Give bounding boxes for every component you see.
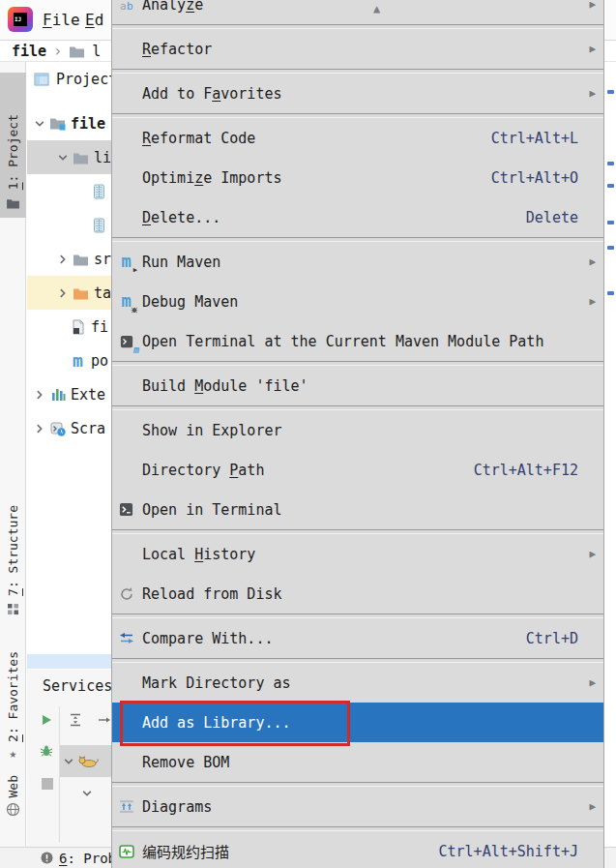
menu-item-label: Add to Favorites bbox=[142, 85, 282, 103]
intellij-logo-icon: IJ bbox=[8, 7, 33, 32]
chevron-right-icon[interactable] bbox=[54, 254, 71, 265]
terminal-maven-icon: m bbox=[116, 332, 136, 351]
stripe-mark bbox=[607, 246, 614, 250]
menu-section: Show in ExplorerDirectory PathCtrl+Alt+F… bbox=[112, 410, 603, 529]
tomcat-icon bbox=[77, 755, 99, 768]
menu-item-diagrams[interactable]: Diagrams▶ bbox=[112, 787, 603, 826]
chevron-down-icon[interactable] bbox=[63, 756, 74, 767]
services-row-child[interactable] bbox=[60, 777, 111, 809]
menu-item-icon bbox=[116, 461, 136, 480]
stripe-mark bbox=[607, 291, 614, 295]
star-icon: ★ bbox=[10, 747, 17, 760]
menu-item-mark-directory-as[interactable]: Mark Directory as▶ bbox=[112, 663, 603, 703]
menu-item-delete[interactable]: Delete...Delete bbox=[112, 197, 603, 237]
stripe-button-favorites[interactable]: 2: Favorites ★ bbox=[0, 634, 26, 764]
menu-item-local-history[interactable]: Local History▶ bbox=[112, 534, 603, 574]
chevron-right-icon[interactable] bbox=[31, 423, 47, 434]
tree-row-li[interactable]: li bbox=[27, 140, 111, 174]
svg-text:a: a bbox=[120, 0, 127, 12]
run-button[interactable] bbox=[39, 712, 54, 728]
debug-button[interactable] bbox=[39, 743, 54, 759]
stripe-button-project[interactable]: 1: Project bbox=[0, 73, 26, 218]
menu-scroll-up-icon[interactable]: ▲ bbox=[373, 2, 380, 15]
menu-item-add-to-favorites[interactable]: Add to Favorites▶ bbox=[112, 74, 603, 113]
menu-item-debug-maven[interactable]: mDebug Maven▶ bbox=[112, 282, 603, 321]
tree-row-ta[interactable]: ta bbox=[27, 276, 111, 310]
menu-item-shortcut: Ctrl+Alt+O bbox=[491, 169, 584, 187]
menu-item-show-in-explorer[interactable]: Show in Explorer bbox=[112, 410, 603, 450]
menu-item-coding-scan[interactable]: 编码规约扫描Ctrl+Alt+Shift+J bbox=[112, 831, 603, 868]
tree-row[interactable] bbox=[27, 208, 111, 242]
chevron-down-icon[interactable] bbox=[54, 152, 71, 164]
tree-row-fi[interactable]: fi bbox=[27, 310, 111, 344]
tree-row-exte[interactable]: Exte bbox=[27, 377, 111, 411]
tree-row-po[interactable]: mpo bbox=[27, 344, 111, 377]
stripe-button-structure[interactable]: 7: Structure bbox=[0, 481, 26, 624]
annotation-highlight-box bbox=[120, 701, 350, 746]
error-icon bbox=[41, 852, 53, 864]
iml-file-icon bbox=[68, 319, 88, 335]
compare-icon bbox=[116, 629, 136, 648]
chevron-right-icon[interactable] bbox=[31, 389, 47, 401]
menu-item-icon bbox=[116, 168, 136, 188]
menu-item-analyze[interactable]: abAnalyze▶ bbox=[112, 0, 603, 24]
stripe-label: 1: Project bbox=[6, 114, 20, 190]
menubar-item-edit[interactable]: Ed bbox=[85, 0, 103, 40]
menu-item-compare-with[interactable]: Compare With...Ctrl+D bbox=[112, 618, 603, 658]
chevron-down-icon[interactable] bbox=[81, 788, 93, 799]
menu-item-open-in-terminal[interactable]: Open in Terminal bbox=[112, 490, 603, 529]
tree-row-file[interactable]: file bbox=[27, 106, 111, 140]
menu-item-open-terminal-at-the-current-maven-module-path[interactable]: mOpen Terminal at the Current Maven Modu… bbox=[112, 321, 603, 361]
globe-icon bbox=[6, 802, 20, 821]
breadcrumb-chevron-icon: › bbox=[53, 43, 62, 60]
menu-item-label: Directory Path bbox=[142, 462, 264, 479]
menu-item-reformat-code[interactable]: Reformat CodeCtrl+Alt+L bbox=[112, 118, 603, 158]
stripe-mark bbox=[607, 221, 614, 224]
menu-item-label: Open Terminal at the Current Maven Modul… bbox=[142, 333, 543, 350]
left-tool-stripe: 1: Project 7: Structure 2: Favorites ★ W… bbox=[0, 62, 26, 847]
menu-section: Diagrams▶ bbox=[112, 787, 603, 826]
stop-button[interactable] bbox=[40, 776, 55, 792]
menu-item-refactor[interactable]: Refactor▶ bbox=[112, 29, 603, 69]
breadcrumb-item-root[interactable]: file bbox=[12, 43, 46, 60]
menu-section: Compare With...Ctrl+D bbox=[112, 618, 603, 658]
menu-item-label: Local History bbox=[142, 546, 255, 563]
project-tab[interactable]: Project bbox=[34, 71, 111, 88]
tree-row[interactable] bbox=[27, 174, 111, 208]
menu-item-shortcut: Ctrl+Alt+F12 bbox=[474, 462, 584, 479]
tree-item-label: li bbox=[94, 149, 111, 166]
menu-item-icon bbox=[116, 753, 136, 772]
intellij-logo-text: IJ bbox=[14, 13, 27, 26]
breadcrumb-item-child[interactable]: l bbox=[92, 43, 101, 60]
chevron-right-icon[interactable] bbox=[54, 287, 71, 299]
menubar-item-file[interactable]: File bbox=[43, 0, 80, 40]
menu-item-icon bbox=[116, 673, 136, 693]
jar-icon bbox=[89, 184, 109, 199]
menu-item-reload-from-disk[interactable]: Reload from Disk bbox=[112, 574, 603, 614]
menu-item-build-module-file[interactable]: Build Module 'file' bbox=[112, 366, 603, 405]
menu-item-icon bbox=[116, 545, 136, 564]
terminal-icon bbox=[116, 500, 136, 520]
scroll-to-button[interactable] bbox=[97, 712, 111, 728]
services-title: Services bbox=[43, 677, 111, 695]
services-row-tomcat[interactable] bbox=[60, 745, 111, 777]
menu-section: m▶Run Maven▶mDebug Maven▶mOpen Terminal … bbox=[112, 242, 603, 361]
collapse-all-button[interactable] bbox=[68, 712, 83, 728]
tree-row-scra[interactable]: Scra bbox=[27, 411, 111, 445]
menu-item-optimize-imports[interactable]: Optimize ImportsCtrl+Alt+O bbox=[112, 158, 603, 197]
submenu-arrow-icon: ▶ bbox=[584, 43, 596, 55]
menu-item-shortcut: Delete bbox=[526, 209, 584, 226]
status-problems[interactable]: 6: Prob bbox=[59, 851, 116, 866]
menu-item-remove-bom[interactable]: Remove BOM bbox=[112, 742, 603, 782]
menu-item-run-maven[interactable]: m▶Run Maven▶ bbox=[112, 242, 603, 282]
chevron-down-icon[interactable] bbox=[31, 118, 47, 130]
menu-item-directory-path[interactable]: Directory PathCtrl+Alt+F12 bbox=[112, 450, 603, 490]
folder-icon bbox=[71, 151, 91, 165]
menu-item-icon bbox=[116, 208, 136, 227]
menu-item-icon bbox=[116, 40, 136, 59]
tree-row-sr[interactable]: sr bbox=[27, 242, 111, 276]
menu-item-label: Build Module 'file' bbox=[142, 377, 308, 395]
submenu-arrow-icon: ▶ bbox=[584, 676, 596, 689]
stripe-button-web[interactable]: Web bbox=[0, 767, 26, 825]
jar-icon bbox=[89, 218, 109, 233]
